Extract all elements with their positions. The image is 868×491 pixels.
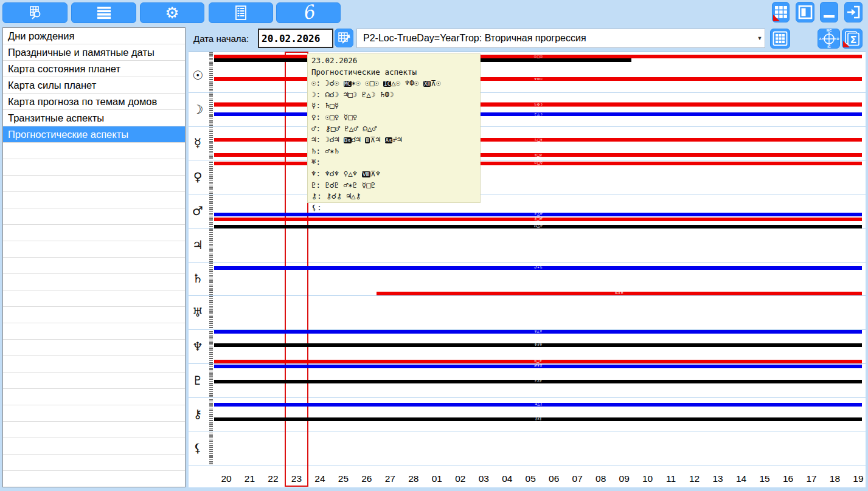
tooltip-aspect-row: ♂: ⚷□♂ ♇△♂ ☊△♂ [311, 123, 476, 135]
tooltip-title: Прогностические аспекты [311, 67, 476, 78]
split-view-icon [798, 5, 813, 19]
chart-angles-icon: MC IC A D [819, 29, 839, 48]
red-corner-marker [843, 41, 850, 47]
tooltip-aspect-row: ☉: ☽☌☉ MC✶☉ ☉□☉ IC△☉ ♆Ф☉ Ⅻ⊼☉ [311, 78, 476, 89]
table-search-icon [27, 5, 43, 21]
tooltip-aspect-row: ⚸: [311, 202, 476, 214]
sidebar-category-list: Дни рожденияПраздничные и памятные датыК… [2, 27, 186, 487]
menu-icon [97, 6, 111, 19]
svg-text:D: D [836, 37, 839, 41]
sidebar-item[interactable]: Транзитные аспекты [3, 110, 185, 126]
date-chart-icon [338, 32, 351, 45]
minimize-button[interactable] [820, 2, 838, 22]
apply-date-button[interactable] [335, 29, 353, 47]
tooltip-aspect-row: ☿: ♄□☿ [311, 100, 476, 112]
sidebar-item[interactable]: Праздничные и памятные даты [3, 44, 185, 61]
tooltip-aspect-row: ♆: ♆☌♆ ♀△♆ Ⅷ⊼♆ [311, 168, 476, 180]
svg-text:IC: IC [827, 45, 831, 48]
tooltip-aspect-row: ♇: ♇☌♇ ♂✶♇ ☿□♇ [311, 180, 476, 191]
method-select-value: P2-Loc-TrueDay=YearTrop: Вторичная прогр… [357, 33, 755, 44]
tooltip-aspect-row: ☽: ☊☌☽ ♃□☽ ♇△☽ ♄Ф☽ [311, 89, 476, 101]
svg-text:Σ: Σ [850, 34, 856, 46]
report-table-icon [234, 5, 248, 21]
sidebar-item[interactable]: Прогностические аспекты [3, 126, 185, 143]
app-window: ⚙ 6 [0, 0, 868, 491]
exit-icon [846, 5, 861, 19]
apps-grid-button[interactable] [772, 2, 790, 22]
split-view-button[interactable] [796, 2, 814, 22]
tooltip-aspect-row: ♅: [311, 157, 476, 168]
sidebar-item[interactable]: Карта силы планет [3, 77, 185, 94]
tooltip-aspect-row: ⚷: ⚷☌⚷ ♃△⚷ [311, 191, 476, 202]
report-button[interactable] [209, 2, 273, 23]
minimize-icon [823, 5, 835, 19]
chart-angles-button[interactable]: MC IC A D [818, 29, 840, 49]
aspects-tooltip: 23.02.2026 Прогностические аспекты ☉: ☽☌… [307, 53, 481, 203]
tooltip-aspect-row: ♃: ☽☌♃ Ds☌♃ Ⅲ⊼♃ As☍♃ [311, 134, 476, 146]
grid-window-button[interactable] [770, 29, 790, 49]
sidebar-item[interactable]: Карта прогноза по темам домов [3, 94, 185, 110]
menu-button[interactable] [71, 2, 136, 23]
method-select[interactable]: P2-Loc-TrueDay=YearTrop: Вторичная прогр… [356, 29, 765, 48]
red-corner-marker [773, 15, 780, 21]
tooltip-date: 23.02.2026 [311, 55, 476, 67]
tooltip-aspect-row: ♄: ♂✶♄ [311, 146, 476, 157]
settings-button[interactable]: ⚙ [140, 2, 204, 23]
grid-window-icon [773, 31, 788, 46]
tooltip-aspect-row: ♀: ☉□♀ ☿□♀ [311, 112, 476, 123]
chevron-down-icon: ▼ [755, 35, 765, 41]
settings-gear-icon: ⚙ [165, 4, 179, 22]
logo-button[interactable]: 6 [276, 2, 341, 23]
svg-text:A: A [819, 37, 821, 41]
table-search-button[interactable] [2, 2, 68, 23]
sum-button[interactable]: Σ [842, 29, 863, 49]
sidebar-item[interactable]: Карта состояния планет [3, 61, 185, 77]
svg-text:MC: MC [826, 29, 832, 32]
logo-6-icon: 6 [301, 2, 316, 22]
exit-button[interactable] [844, 2, 863, 22]
start-date-input[interactable] [258, 29, 333, 48]
start-date-label: Дата начала: [193, 33, 249, 44]
aspect-timeline-chart[interactable] [189, 51, 866, 487]
sidebar-item[interactable]: Дни рождения [3, 28, 185, 44]
